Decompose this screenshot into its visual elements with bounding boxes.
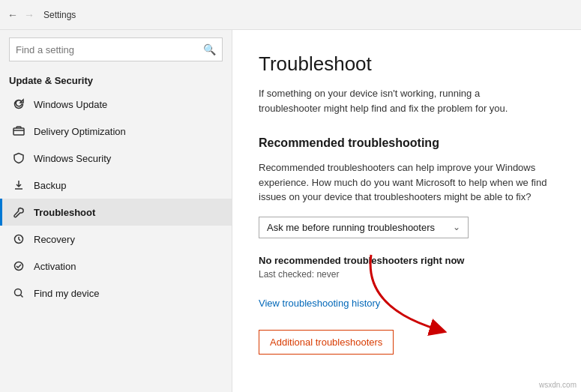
recovery-icon <box>11 232 26 247</box>
status-text: No recommended troubleshooters right now <box>259 255 555 266</box>
sidebar-item-recovery-label: Recovery <box>34 234 75 245</box>
sidebar-item-backup[interactable]: Backup <box>0 172 232 199</box>
status-sub: Last checked: never <box>259 269 555 280</box>
refresh-icon <box>11 97 26 112</box>
dropdown-value: Ask me before running troubleshooters <box>267 222 435 233</box>
sidebar-item-windows-update-label: Windows Update <box>34 99 107 110</box>
title-bar-title: Settings <box>43 10 76 20</box>
troubleshoot-dropdown[interactable]: Ask me before running troubleshooters ⌄ <box>259 217 469 238</box>
sidebar-item-troubleshoot[interactable]: Troubleshoot <box>0 199 232 226</box>
sidebar-item-find-my-device[interactable]: Find my device <box>0 280 232 307</box>
sidebar-section-title: Update & Security <box>0 69 232 91</box>
wrench-icon <box>11 205 26 220</box>
app-container: 🔍 Update & Security Windows Update Deliv… <box>0 30 581 392</box>
svg-rect-0 <box>13 128 24 135</box>
back-icon: ← <box>7 9 18 21</box>
sidebar-item-recovery[interactable]: Recovery <box>0 226 232 253</box>
sidebar-item-troubleshoot-label: Troubleshoot <box>34 207 95 218</box>
sidebar-item-backup-label: Backup <box>34 180 66 191</box>
search-button[interactable]: 🔍 <box>203 43 216 55</box>
page-title: Troubleshoot <box>259 52 555 76</box>
chevron-down-icon: ⌄ <box>453 222 460 232</box>
find-icon <box>11 286 26 301</box>
sidebar-item-windows-security-label: Windows Security <box>34 153 111 164</box>
activation-icon <box>11 259 26 274</box>
title-bar: ← → Settings <box>0 0 581 30</box>
main-content: Troubleshoot If something on your device… <box>232 30 581 392</box>
search-box[interactable]: 🔍 <box>9 37 223 61</box>
sidebar-item-activation-label: Activation <box>34 261 76 272</box>
forward-icon: → <box>24 9 34 21</box>
sidebar-item-windows-update[interactable]: Windows Update <box>0 91 232 118</box>
sidebar-item-delivery-optimization[interactable]: Delivery Optimization <box>0 118 232 145</box>
page-description: If something on your device isn't workin… <box>259 86 544 115</box>
search-input[interactable] <box>16 44 203 55</box>
sidebar: 🔍 Update & Security Windows Update Deliv… <box>0 30 232 392</box>
shield-icon <box>11 151 26 166</box>
additional-troubleshooters-button[interactable]: Additional troubleshooters <box>259 330 394 355</box>
sidebar-item-find-my-device-label: Find my device <box>34 288 99 299</box>
watermark: wsxdn.com <box>539 381 577 389</box>
view-history-link[interactable]: View troubleshooting history <box>259 298 555 309</box>
section-text: Recommended troubleshooters can help imp… <box>259 160 555 205</box>
svg-point-3 <box>15 289 22 296</box>
sidebar-item-windows-security[interactable]: Windows Security <box>0 145 232 172</box>
sidebar-item-delivery-optimization-label: Delivery Optimization <box>34 126 126 137</box>
section-heading: Recommended troubleshooting <box>259 136 555 150</box>
title-bar-buttons: ← → <box>7 9 34 21</box>
backup-icon <box>11 178 26 193</box>
delivery-icon <box>11 124 26 139</box>
sidebar-item-activation[interactable]: Activation <box>0 253 232 280</box>
